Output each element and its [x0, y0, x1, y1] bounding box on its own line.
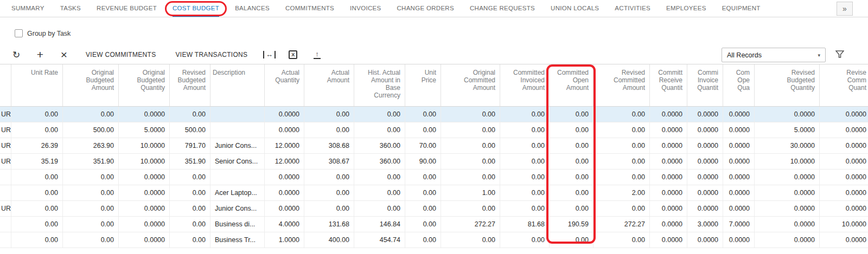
cell-committed_open_qty[interactable]: 0.0000 [723, 201, 754, 216]
cell-rev_committed_qty[interactable]: 0.0000 [819, 232, 868, 248]
cell-committed_recv_qty[interactable]: 0.0000 [649, 122, 687, 138]
cell-unit_price[interactable]: 0.00 [405, 232, 441, 248]
cell-committed_recv_qty[interactable]: 0.0000 [649, 185, 687, 200]
cell-rev_budgeted_amount[interactable]: 0.00 [169, 201, 210, 216]
cell-rev_budgeted_amount[interactable]: 791.70 [169, 138, 210, 153]
cell-unit_rate[interactable]: 0.00 [11, 232, 62, 248]
tab-invoices[interactable]: INVOICES [350, 0, 381, 17]
cell-committed_open_qty[interactable]: 0.0000 [723, 170, 754, 185]
cell-rev_budgeted_amount[interactable]: 0.00 [169, 170, 210, 185]
cell-hist_actual_amount[interactable]: 0.00 [354, 122, 405, 138]
cell-orig_committed_amount[interactable]: 0.00 [441, 107, 500, 122]
cell-committed_open_amount[interactable]: 190.59 [549, 217, 593, 232]
cell-actual_amount[interactable]: 0.00 [304, 122, 354, 138]
cell-committed_open_qty[interactable]: 7.0000 [723, 217, 754, 232]
cell-committed_open_amount[interactable]: 0.00 [549, 232, 593, 248]
cell-actual_qty[interactable]: 1.0000 [264, 232, 304, 248]
column-header-rev_committed_amount[interactable]: Revised Committed Amount [593, 64, 649, 106]
cell-actual_qty[interactable]: 0.0000 [264, 201, 304, 216]
refresh-button[interactable]: ↻ [4, 47, 28, 63]
cell-committed_inv_qty[interactable]: 0.0000 [687, 185, 723, 200]
cell-orig_budgeted_amount[interactable]: 0.00 [62, 232, 118, 248]
cell-orig_budgeted_qty[interactable]: 0.0000 [118, 201, 169, 216]
cell-committed_invoiced[interactable]: 0.00 [500, 170, 549, 185]
cell-orig_committed_amount[interactable]: 1.00 [441, 185, 500, 200]
column-header-orig_committed_amount[interactable]: Original Committed Amount [441, 64, 500, 106]
cell-orig_budgeted_qty[interactable]: 0.0000 [118, 232, 169, 248]
cell-committed_open_qty[interactable]: 0.0000 [723, 122, 754, 138]
cell-committed_inv_qty[interactable]: 0.0000 [687, 107, 723, 122]
cell-hist_actual_amount[interactable]: 360.00 [354, 154, 405, 169]
column-header-committed_inv_qty[interactable]: Commi Invoice Quantit [687, 64, 723, 106]
cell-rev_budgeted_qty[interactable]: 0.0000 [754, 232, 819, 248]
cell-unit_rate[interactable]: 0.00 [11, 170, 62, 185]
cell-orig_budgeted_amount[interactable]: 351.90 [62, 154, 118, 169]
tab-change-requests[interactable]: CHANGE REQUESTS [470, 0, 535, 17]
cell-committed_invoiced[interactable]: 81.68 [500, 217, 549, 232]
tab-overflow-button[interactable]: » [837, 2, 853, 16]
cell-description[interactable] [210, 170, 264, 185]
cell-committed_invoiced[interactable]: 0.00 [500, 154, 549, 169]
cell-uom[interactable]: UR [0, 107, 11, 122]
cell-orig_budgeted_amount[interactable]: 263.90 [62, 138, 118, 153]
cell-orig_committed_amount[interactable]: 0.00 [441, 232, 500, 248]
cell-committed_open_amount[interactable]: 0.00 [549, 138, 593, 153]
column-header-committed_invoiced[interactable]: Committed Invoiced Amount [500, 64, 549, 106]
cell-actual_amount[interactable]: 0.00 [304, 107, 354, 122]
cell-description[interactable] [210, 107, 264, 122]
cell-rev_committed_amount[interactable]: 272.27 [593, 217, 649, 232]
cell-rev_budgeted_amount[interactable]: 0.00 [169, 107, 210, 122]
column-header-orig_budgeted_qty[interactable]: Original Budgeted Quantity [118, 64, 169, 106]
cell-orig_committed_amount[interactable]: 272.27 [441, 217, 500, 232]
cell-rev_budgeted_qty[interactable]: 30.0000 [754, 138, 819, 153]
cell-committed_inv_qty[interactable]: 0.0000 [687, 170, 723, 185]
cell-hist_actual_amount[interactable]: 0.00 [354, 201, 405, 216]
tab-employees[interactable]: EMPLOYEES [666, 0, 706, 17]
cell-unit_price[interactable]: 0.00 [405, 170, 441, 185]
cell-committed_open_qty[interactable]: 0.0000 [723, 107, 754, 122]
tab-commitments[interactable]: COMMITMENTS [285, 0, 334, 17]
cell-rev_committed_qty[interactable]: 0.0000 [819, 154, 868, 169]
cell-rev_committed_amount[interactable]: 0.00 [593, 232, 649, 248]
tab-cost-budget[interactable]: COST BUDGET [173, 0, 219, 17]
cell-uom[interactable] [0, 232, 11, 248]
cell-committed_invoiced[interactable]: 0.00 [500, 138, 549, 153]
table-row[interactable]: UR0.000.000.00000.00Junior Cons...0.0000… [0, 201, 868, 217]
tab-tasks[interactable]: TASKS [60, 0, 81, 17]
cell-committed_inv_qty[interactable]: 0.0000 [687, 232, 723, 248]
table-row[interactable]: UR0.00500.005.0000500.000.00000.000.000.… [0, 122, 868, 138]
cell-rev_committed_amount[interactable]: 0.00 [593, 122, 649, 138]
cell-committed_recv_qty[interactable]: 0.0000 [649, 138, 687, 153]
cell-uom[interactable]: UR [0, 201, 11, 216]
cell-actual_amount[interactable]: 0.00 [304, 201, 354, 216]
cell-committed_open_amount[interactable]: 0.00 [549, 154, 593, 169]
cell-committed_open_qty[interactable]: 0.0000 [723, 232, 754, 248]
cell-hist_actual_amount[interactable]: 454.74 [354, 232, 405, 248]
cell-committed_open_amount[interactable]: 0.00 [549, 201, 593, 216]
cell-committed_open_amount[interactable]: 0.00 [549, 107, 593, 122]
column-header-rev_budgeted_qty[interactable]: Revised Budgeted Quantity [754, 64, 819, 106]
cell-rev_committed_qty[interactable]: 0.0000 [819, 170, 868, 185]
cell-uom[interactable] [0, 185, 11, 200]
cell-rev_committed_qty[interactable]: 0.0000 [819, 107, 868, 122]
cell-orig_budgeted_qty[interactable]: 10.0000 [118, 154, 169, 169]
add-row-button[interactable]: + [28, 47, 52, 63]
cell-description[interactable]: Junior Cons... [210, 138, 264, 153]
cell-rev_budgeted_amount[interactable]: 0.00 [169, 232, 210, 248]
column-header-committed_open_qty[interactable]: Com Ope Qua [723, 64, 754, 106]
table-row[interactable]: 0.000.000.00000.000.00000.000.000.000.00… [0, 170, 868, 185]
cell-committed_invoiced[interactable]: 0.00 [500, 185, 549, 200]
cell-hist_actual_amount[interactable]: 0.00 [354, 185, 405, 200]
cell-unit_price[interactable]: 90.00 [405, 154, 441, 169]
tab-balances[interactable]: BALANCES [235, 0, 270, 17]
cell-unit_price[interactable]: 0.00 [405, 185, 441, 200]
cell-rev_committed_qty[interactable]: 10.0000 [819, 217, 868, 232]
cell-committed_open_qty[interactable]: 0.0000 [723, 154, 754, 169]
cell-committed_inv_qty[interactable]: 0.0000 [687, 122, 723, 138]
cell-description[interactable] [210, 122, 264, 138]
cell-rev_budgeted_qty[interactable]: 0.0000 [754, 107, 819, 122]
cell-actual_amount[interactable]: 308.68 [304, 138, 354, 153]
cell-actual_qty[interactable]: 0.0000 [264, 170, 304, 185]
column-header-actual_qty[interactable]: Actual Quantity [264, 64, 304, 106]
column-header-hist_actual_amount[interactable]: Hist. Actual Amount in Base Currency [354, 64, 405, 106]
